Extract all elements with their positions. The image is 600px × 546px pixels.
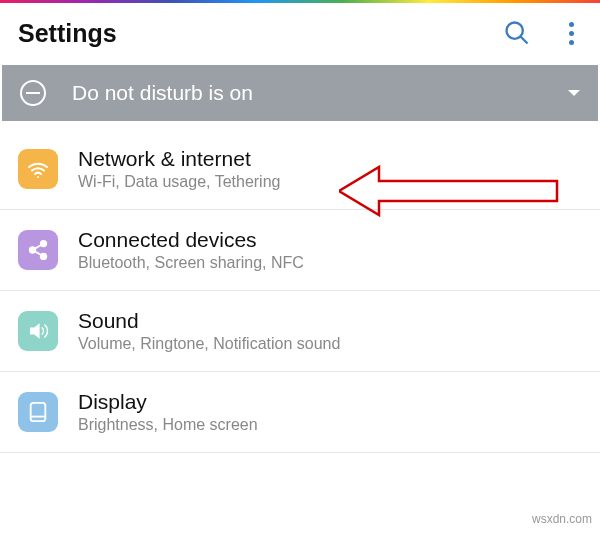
chevron-down-icon: [568, 90, 580, 96]
item-text: Display Brightness, Home screen: [78, 390, 582, 434]
item-title: Display: [78, 390, 582, 414]
header: Settings: [0, 3, 600, 63]
svg-line-7: [35, 251, 41, 255]
svg-line-6: [35, 245, 41, 249]
item-sound[interactable]: Sound Volume, Ringtone, Notification sou…: [0, 291, 600, 372]
svg-point-5: [41, 254, 47, 259]
dnd-icon: [20, 80, 46, 106]
settings-list: Network & internet Wi-Fi, Data usage, Te…: [0, 129, 600, 453]
more-icon[interactable]: [561, 18, 582, 49]
item-text: Connected devices Bluetooth, Screen shar…: [78, 228, 582, 272]
share-icon: [18, 230, 58, 270]
wifi-icon: [18, 149, 58, 189]
page-title: Settings: [18, 19, 117, 48]
item-title: Sound: [78, 309, 582, 333]
item-display[interactable]: Display Brightness, Home screen: [0, 372, 600, 453]
item-network-internet[interactable]: Network & internet Wi-Fi, Data usage, Te…: [0, 129, 600, 210]
item-connected-devices[interactable]: Connected devices Bluetooth, Screen shar…: [0, 210, 600, 291]
dnd-banner[interactable]: Do not disturb is on: [2, 65, 598, 121]
watermark: wsxdn.com: [532, 512, 592, 526]
item-subtitle: Bluetooth, Screen sharing, NFC: [78, 254, 582, 272]
dnd-text: Do not disturb is on: [72, 81, 253, 105]
item-title: Connected devices: [78, 228, 582, 252]
item-title: Network & internet: [78, 147, 582, 171]
svg-point-3: [41, 241, 47, 247]
svg-point-0: [507, 23, 523, 39]
item-subtitle: Wi-Fi, Data usage, Tethering: [78, 173, 582, 191]
item-subtitle: Brightness, Home screen: [78, 416, 582, 434]
svg-point-2: [37, 176, 39, 178]
item-subtitle: Volume, Ringtone, Notification sound: [78, 335, 582, 353]
item-text: Network & internet Wi-Fi, Data usage, Te…: [78, 147, 582, 191]
sound-icon: [18, 311, 58, 351]
display-icon: [18, 392, 58, 432]
svg-rect-8: [31, 403, 46, 421]
header-actions: [503, 18, 582, 49]
svg-point-4: [30, 247, 36, 253]
svg-line-1: [521, 37, 528, 44]
item-text: Sound Volume, Ringtone, Notification sou…: [78, 309, 582, 353]
search-icon[interactable]: [503, 19, 531, 47]
